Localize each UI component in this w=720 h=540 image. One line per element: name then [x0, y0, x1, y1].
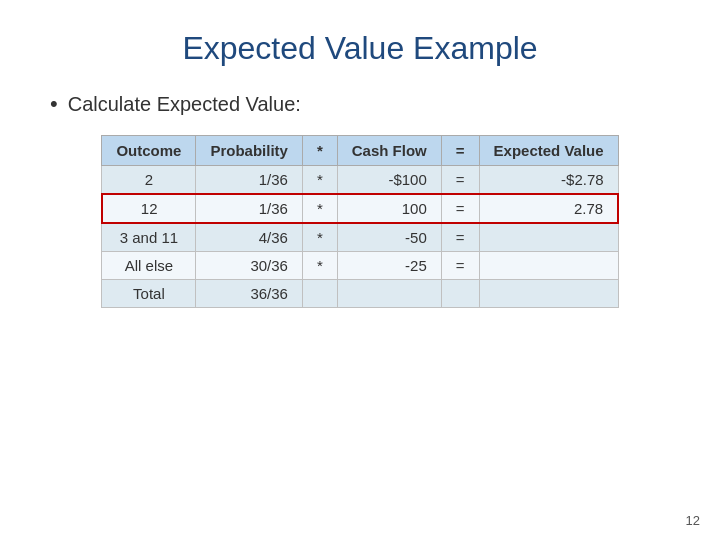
table-cell: -50	[337, 223, 441, 252]
table-cell: =	[441, 223, 479, 252]
table-cell	[441, 280, 479, 308]
table-cell: -$100	[337, 166, 441, 195]
table-cell: 36/36	[196, 280, 303, 308]
table-cell	[479, 223, 618, 252]
table-cell	[479, 252, 618, 280]
table-cell: 4/36	[196, 223, 303, 252]
expected-value-table: Outcome Probability * Cash Flow = Expect…	[101, 135, 619, 308]
table-cell: 3 and 11	[102, 223, 196, 252]
table-cell: 30/36	[196, 252, 303, 280]
table-cell	[479, 280, 618, 308]
table-row: Total36/36	[102, 280, 618, 308]
table-cell: -25	[337, 252, 441, 280]
table-cell: 1/36	[196, 194, 303, 223]
slide-container: Expected Value Example • Calculate Expec…	[0, 0, 720, 540]
table-wrapper: Outcome Probability * Cash Flow = Expect…	[50, 135, 670, 308]
header-outcome: Outcome	[102, 136, 196, 166]
header-ev: Expected Value	[479, 136, 618, 166]
table-cell: 2	[102, 166, 196, 195]
table-cell: 2.78	[479, 194, 618, 223]
table-header-row: Outcome Probability * Cash Flow = Expect…	[102, 136, 618, 166]
table-cell	[302, 280, 337, 308]
table-cell: *	[302, 252, 337, 280]
table-cell: All else	[102, 252, 196, 280]
table-cell: 12	[102, 194, 196, 223]
page-number: 12	[686, 513, 700, 528]
table-row: All else30/36*-25=	[102, 252, 618, 280]
table-row: 3 and 114/36*-50=	[102, 223, 618, 252]
table-cell: *	[302, 194, 337, 223]
table-cell	[337, 280, 441, 308]
table-cell: 100	[337, 194, 441, 223]
table-cell: *	[302, 166, 337, 195]
table-cell: Total	[102, 280, 196, 308]
header-probability: Probability	[196, 136, 303, 166]
table-cell: 1/36	[196, 166, 303, 195]
bullet-point: • Calculate Expected Value:	[50, 91, 301, 117]
bullet-text: Calculate Expected Value:	[68, 93, 301, 116]
table-cell: -$2.78	[479, 166, 618, 195]
table-row: 121/36*100=2.78	[102, 194, 618, 223]
header-eq: =	[441, 136, 479, 166]
table-cell: =	[441, 194, 479, 223]
table-row: 21/36*-$100=-$2.78	[102, 166, 618, 195]
bullet-icon: •	[50, 91, 58, 117]
table-cell: =	[441, 252, 479, 280]
slide-title: Expected Value Example	[50, 30, 670, 67]
header-cashflow: Cash Flow	[337, 136, 441, 166]
table-cell: =	[441, 166, 479, 195]
header-star: *	[302, 136, 337, 166]
table-cell: *	[302, 223, 337, 252]
